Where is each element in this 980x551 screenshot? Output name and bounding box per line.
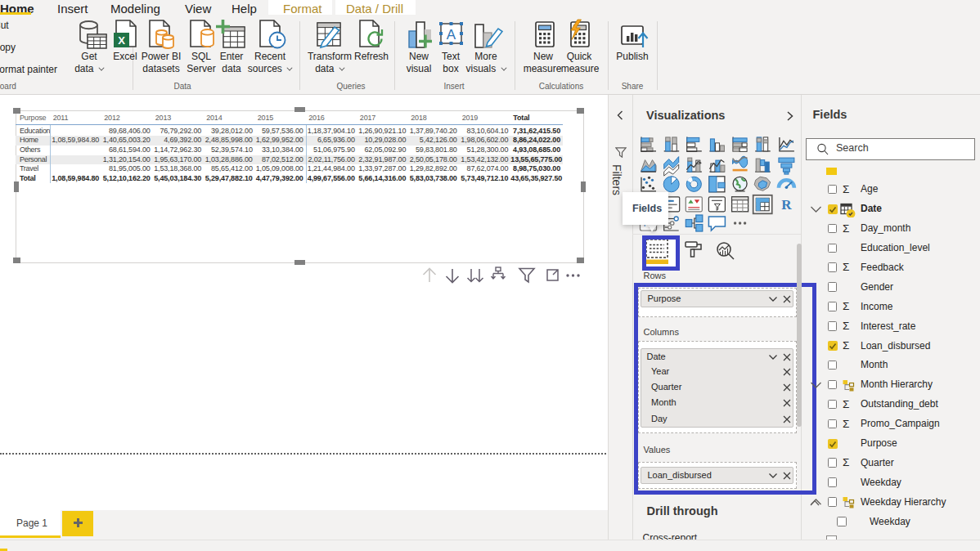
svg-text:R: R (781, 197, 792, 213)
